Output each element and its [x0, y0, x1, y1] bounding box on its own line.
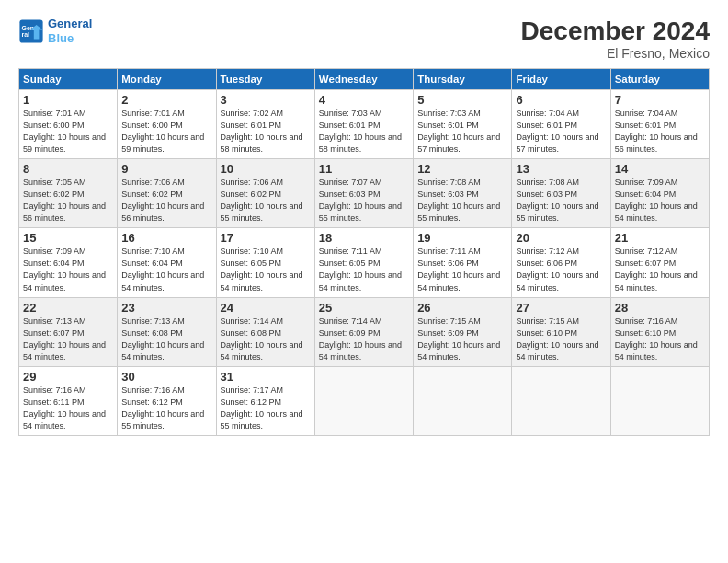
- calendar-cell: 9 Sunrise: 7:06 AMSunset: 6:02 PMDayligh…: [118, 159, 216, 228]
- calendar-cell: 23 Sunrise: 7:13 AMSunset: 6:08 PMDaylig…: [118, 297, 216, 366]
- day-info: Sunrise: 7:08 AMSunset: 6:03 PMDaylight:…: [417, 178, 500, 223]
- day-number: 18: [319, 231, 409, 245]
- day-number: 24: [221, 301, 311, 315]
- day-number: 20: [516, 231, 606, 245]
- calendar-cell: 13 Sunrise: 7:08 AMSunset: 6:03 PMDaylig…: [512, 159, 610, 228]
- day-info: Sunrise: 7:01 AMSunset: 6:00 PMDaylight:…: [121, 109, 204, 154]
- page-title: December 2024: [521, 17, 710, 46]
- day-info: Sunrise: 7:06 AMSunset: 6:02 PMDaylight:…: [121, 178, 204, 223]
- day-number: 3: [221, 93, 311, 107]
- day-info: Sunrise: 7:13 AMSunset: 6:08 PMDaylight:…: [121, 316, 204, 362]
- calendar-table: Sunday Monday Tuesday Wednesday Thursday…: [18, 68, 710, 436]
- calendar-cell: 25 Sunrise: 7:14 AMSunset: 6:09 PMDaylig…: [314, 297, 413, 366]
- calendar-cell: 17 Sunrise: 7:10 AMSunset: 6:05 PMDaylig…: [216, 228, 314, 297]
- day-info: Sunrise: 7:01 AMSunset: 6:00 PMDaylight:…: [23, 109, 106, 154]
- calendar-cell: 16 Sunrise: 7:10 AMSunset: 6:04 PMDaylig…: [118, 228, 216, 297]
- day-info: Sunrise: 7:12 AMSunset: 6:07 PMDaylight:…: [615, 247, 698, 292]
- day-info: Sunrise: 7:11 AMSunset: 6:06 PMDaylight:…: [417, 247, 500, 292]
- day-number: 15: [23, 231, 113, 245]
- day-info: Sunrise: 7:02 AMSunset: 6:01 PMDaylight:…: [221, 109, 303, 154]
- day-number: 14: [615, 162, 705, 176]
- day-number: 30: [121, 370, 211, 384]
- calendar-body: 1 Sunrise: 7:01 AMSunset: 6:00 PMDayligh…: [19, 90, 710, 436]
- calendar-cell: 26 Sunrise: 7:15 AMSunset: 6:09 PMDaylig…: [414, 297, 512, 366]
- day-info: Sunrise: 7:10 AMSunset: 6:04 PMDaylight:…: [121, 247, 204, 292]
- calendar-cell: 10 Sunrise: 7:06 AMSunset: 6:02 PMDaylig…: [216, 159, 314, 228]
- day-info: Sunrise: 7:15 AMSunset: 6:09 PMDaylight:…: [417, 316, 500, 362]
- header-monday: Monday: [118, 69, 216, 90]
- day-info: Sunrise: 7:16 AMSunset: 6:11 PMDaylight:…: [23, 385, 106, 431]
- calendar-week-4: 22 Sunrise: 7:13 AMSunset: 6:07 PMDaylig…: [19, 297, 710, 366]
- svg-text:ral: ral: [22, 31, 30, 38]
- calendar-cell: 18 Sunrise: 7:11 AMSunset: 6:05 PMDaylig…: [314, 228, 413, 297]
- calendar-cell: 31 Sunrise: 7:17 AMSunset: 6:12 PMDaylig…: [216, 366, 314, 435]
- calendar-cell: 7 Sunrise: 7:04 AMSunset: 6:01 PMDayligh…: [610, 90, 709, 159]
- day-info: Sunrise: 7:13 AMSunset: 6:07 PMDaylight:…: [23, 316, 106, 362]
- day-number: 10: [221, 162, 311, 176]
- calendar-week-5: 29 Sunrise: 7:16 AMSunset: 6:11 PMDaylig…: [19, 366, 710, 435]
- calendar-cell: 19 Sunrise: 7:11 AMSunset: 6:06 PMDaylig…: [414, 228, 512, 297]
- header-wednesday: Wednesday: [314, 69, 413, 90]
- day-number: 27: [516, 301, 606, 315]
- day-number: 23: [121, 301, 211, 315]
- calendar-page: Gene- ral General Blue December 2024 El …: [0, 0, 728, 563]
- logo-line2: Blue: [48, 31, 74, 45]
- calendar-cell: 29 Sunrise: 7:16 AMSunset: 6:11 PMDaylig…: [19, 366, 118, 435]
- calendar-header: Sunday Monday Tuesday Wednesday Thursday…: [19, 69, 710, 90]
- day-info: Sunrise: 7:14 AMSunset: 6:09 PMDaylight:…: [319, 316, 402, 362]
- day-number: 17: [221, 231, 311, 245]
- day-number: 19: [417, 231, 507, 245]
- calendar-week-1: 1 Sunrise: 7:01 AMSunset: 6:00 PMDayligh…: [19, 90, 710, 159]
- day-number: 22: [23, 301, 113, 315]
- header-saturday: Saturday: [610, 69, 709, 90]
- day-number: 11: [319, 162, 409, 176]
- calendar-cell: 12 Sunrise: 7:08 AMSunset: 6:03 PMDaylig…: [414, 159, 512, 228]
- calendar-cell: 21 Sunrise: 7:12 AMSunset: 6:07 PMDaylig…: [610, 228, 709, 297]
- calendar-cell: 3 Sunrise: 7:02 AMSunset: 6:01 PMDayligh…: [216, 90, 314, 159]
- page-subtitle: El Fresno, Mexico: [521, 46, 710, 61]
- day-info: Sunrise: 7:03 AMSunset: 6:01 PMDaylight:…: [417, 109, 500, 154]
- calendar-cell: 4 Sunrise: 7:03 AMSunset: 6:01 PMDayligh…: [314, 90, 413, 159]
- calendar-cell: [314, 366, 413, 435]
- day-info: Sunrise: 7:06 AMSunset: 6:02 PMDaylight:…: [221, 178, 303, 223]
- calendar-week-2: 8 Sunrise: 7:05 AMSunset: 6:02 PMDayligh…: [19, 159, 710, 228]
- day-number: 13: [516, 162, 606, 176]
- day-info: Sunrise: 7:16 AMSunset: 6:10 PMDaylight:…: [615, 316, 698, 362]
- day-info: Sunrise: 7:10 AMSunset: 6:05 PMDaylight:…: [221, 247, 303, 292]
- header-thursday: Thursday: [414, 69, 512, 90]
- day-number: 25: [319, 301, 409, 315]
- calendar-cell: 20 Sunrise: 7:12 AMSunset: 6:06 PMDaylig…: [512, 228, 610, 297]
- calendar-cell: 5 Sunrise: 7:03 AMSunset: 6:01 PMDayligh…: [414, 90, 512, 159]
- logo: Gene- ral General Blue: [18, 17, 92, 45]
- day-number: 4: [319, 93, 409, 107]
- calendar-cell: 11 Sunrise: 7:07 AMSunset: 6:03 PMDaylig…: [314, 159, 413, 228]
- day-number: 8: [23, 162, 113, 176]
- logo-text: General Blue: [48, 17, 92, 45]
- calendar-week-3: 15 Sunrise: 7:09 AMSunset: 6:04 PMDaylig…: [19, 228, 710, 297]
- day-info: Sunrise: 7:16 AMSunset: 6:12 PMDaylight:…: [121, 385, 204, 431]
- day-number: 9: [121, 162, 211, 176]
- day-number: 26: [417, 301, 507, 315]
- day-info: Sunrise: 7:11 AMSunset: 6:05 PMDaylight:…: [319, 247, 402, 292]
- calendar-cell: 28 Sunrise: 7:16 AMSunset: 6:10 PMDaylig…: [610, 297, 709, 366]
- header-sunday: Sunday: [19, 69, 118, 90]
- logo-line1: General: [48, 17, 92, 30]
- day-info: Sunrise: 7:14 AMSunset: 6:08 PMDaylight:…: [221, 316, 303, 362]
- day-number: 6: [516, 93, 606, 107]
- day-info: Sunrise: 7:04 AMSunset: 6:01 PMDaylight:…: [516, 109, 598, 154]
- day-info: Sunrise: 7:08 AMSunset: 6:03 PMDaylight:…: [516, 178, 598, 223]
- calendar-cell: 24 Sunrise: 7:14 AMSunset: 6:08 PMDaylig…: [216, 297, 314, 366]
- page-header: Gene- ral General Blue December 2024 El …: [18, 17, 710, 61]
- day-number: 29: [23, 370, 113, 384]
- calendar-cell: 30 Sunrise: 7:16 AMSunset: 6:12 PMDaylig…: [118, 366, 216, 435]
- calendar-cell: 27 Sunrise: 7:15 AMSunset: 6:10 PMDaylig…: [512, 297, 610, 366]
- header-row: Sunday Monday Tuesday Wednesday Thursday…: [19, 69, 710, 90]
- day-info: Sunrise: 7:09 AMSunset: 6:04 PMDaylight:…: [23, 247, 106, 292]
- day-number: 28: [615, 301, 705, 315]
- calendar-cell: [610, 366, 709, 435]
- day-number: 21: [615, 231, 705, 245]
- day-info: Sunrise: 7:09 AMSunset: 6:04 PMDaylight:…: [615, 178, 698, 223]
- day-info: Sunrise: 7:07 AMSunset: 6:03 PMDaylight:…: [319, 178, 402, 223]
- day-number: 12: [417, 162, 507, 176]
- day-info: Sunrise: 7:03 AMSunset: 6:01 PMDaylight:…: [319, 109, 402, 154]
